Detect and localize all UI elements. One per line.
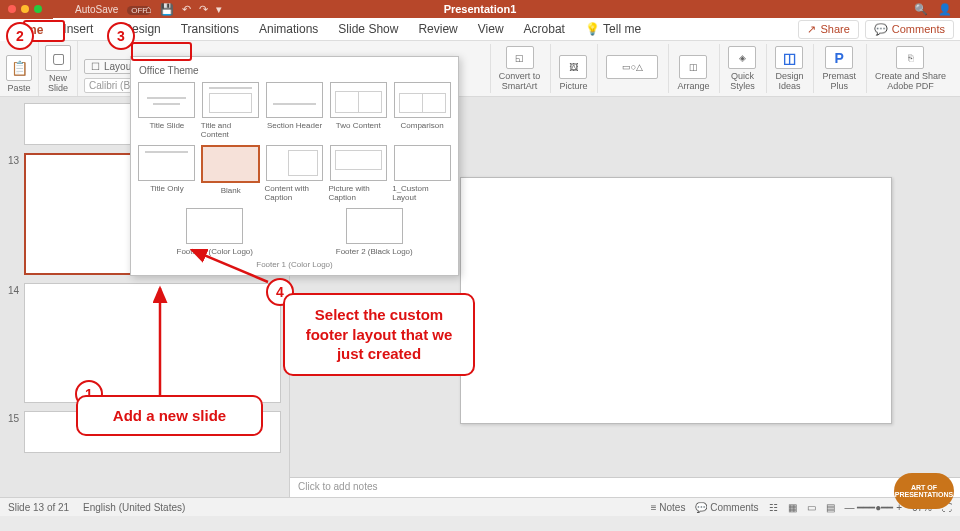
view-sorter-icon[interactable]: ▦ (788, 502, 797, 513)
premast-icon: P (825, 46, 853, 69)
new-slide-icon[interactable]: ▢ (45, 45, 71, 71)
layout-custom1[interactable]: 1_Custom Layout (392, 145, 452, 202)
annotation-marker-2: 2 (6, 22, 34, 50)
maximize-icon[interactable] (34, 5, 42, 13)
adobe-pdf-button[interactable]: ⎘ Create and Share Adobe PDF (866, 44, 954, 93)
tab-animations[interactable]: Animations (249, 18, 328, 40)
tab-review[interactable]: Review (408, 18, 467, 40)
layout-section-header[interactable]: Section Header (265, 82, 325, 139)
zoom-slider[interactable]: — ━━━●━━ + (845, 502, 902, 513)
adobe-label: Create and Share Adobe PDF (875, 71, 946, 91)
user-icon[interactable]: 👤 (938, 3, 952, 16)
picture-label: Picture (559, 81, 587, 91)
shapes-gallery[interactable]: ▭○△ (597, 44, 666, 93)
view-slideshow-icon[interactable]: ▤ (826, 502, 835, 513)
thumb-number (8, 103, 24, 105)
paste-label: Paste (7, 83, 30, 93)
autosave-text: AutoSave (75, 4, 118, 15)
autosave-label: AutoSave OFF (75, 4, 151, 15)
annotation-callout-1: Add a new slide (76, 395, 263, 436)
shapes-icon: ▭○△ (606, 55, 658, 79)
view-normal-icon[interactable]: ☷ (769, 502, 778, 513)
layout-footer1-color[interactable]: Footer 1 (Color Logo) (137, 208, 293, 256)
save-icon[interactable]: 💾 (160, 3, 174, 16)
tab-transitions[interactable]: Transitions (171, 18, 249, 40)
layout-footer2-black[interactable]: Footer 2 (Black Logo) (297, 208, 453, 256)
dropdown-section-title: Office Theme (137, 63, 452, 82)
search-icon[interactable]: 🔍 (914, 3, 928, 16)
more-icon[interactable]: ▾ (216, 3, 222, 16)
layout-title-only[interactable]: Title Only (137, 145, 197, 202)
layout-picture-caption[interactable]: Picture with Caption (328, 145, 388, 202)
convert-smartart-button[interactable]: ◱ Convert to SmartArt (490, 44, 549, 93)
design-ideas-button[interactable]: ◫ Design Ideas (766, 44, 811, 93)
annotation-highlight-layout (131, 42, 192, 61)
quickstyles-icon: ◈ (728, 46, 756, 69)
minimize-icon[interactable] (21, 5, 29, 13)
notes-toggle[interactable]: ≡ Notes (651, 502, 686, 513)
arrange-label: Arrange (677, 81, 709, 91)
paste-icon[interactable]: 📋 (6, 55, 32, 81)
smartart-label: Convert to SmartArt (499, 71, 541, 91)
watermark-logo: ART OF PRESENTATIONS (894, 473, 954, 509)
home-icon[interactable]: ⌂ (145, 3, 152, 16)
quick-access-toolbar[interactable]: ⌂ 💾 ↶ ↷ ▾ (145, 3, 222, 16)
slide-canvas[interactable] (460, 177, 892, 424)
language-indicator[interactable]: English (United States) (83, 502, 185, 513)
view-reading-icon[interactable]: ▭ (807, 502, 816, 513)
slide-thumbnail-14[interactable] (24, 283, 281, 403)
thumb-row[interactable]: 14 (8, 283, 281, 403)
tab-tellme[interactable]: 💡 Tell me (575, 18, 651, 40)
new-slide-label: New Slide (48, 73, 68, 93)
arrange-button[interactable]: ◫ Arrange (668, 44, 717, 93)
close-icon[interactable] (8, 5, 16, 13)
comments-button[interactable]: 💬 Comments (865, 20, 954, 39)
picture-icon: 🖼 (559, 55, 587, 79)
layout-footer-repeat: Footer 1 (Color Logo) (137, 260, 452, 269)
status-bar: Slide 13 of 21 English (United States) ≡… (0, 497, 960, 516)
new-slide-group[interactable]: ▢ New Slide (39, 41, 78, 96)
adobe-icon: ⎘ (896, 46, 924, 69)
layout-blank[interactable]: Blank (201, 145, 261, 202)
window-titlebar: AutoSave OFF ⌂ 💾 ↶ ↷ ▾ Presentation1 🔍 👤 (0, 0, 960, 18)
redo-icon[interactable]: ↷ (199, 3, 208, 16)
tab-view[interactable]: View (468, 18, 514, 40)
premast-button[interactable]: P Premast Plus (813, 44, 864, 93)
layout-two-content[interactable]: Two Content (328, 82, 388, 139)
picture-button[interactable]: 🖼 Picture (550, 44, 595, 93)
smartart-icon: ◱ (506, 46, 534, 69)
thumb-number: 14 (8, 283, 24, 296)
annotation-callout-2: Select the custom footer layout that we … (283, 293, 475, 376)
layout-content-caption[interactable]: Content with Caption (265, 145, 325, 202)
annotation-marker-3: 3 (107, 22, 135, 50)
layout-dropdown[interactable]: Office Theme Title Slide Title and Conte… (130, 56, 459, 276)
quick-styles-button[interactable]: ◈ Quick Styles (719, 44, 764, 93)
shapes-label (631, 81, 634, 91)
thumb-number: 13 (8, 153, 24, 166)
comments-toggle[interactable]: 💬 Comments (695, 502, 758, 513)
layout-title-slide[interactable]: Title Slide (137, 82, 197, 139)
share-button[interactable]: ↗ Share (798, 20, 858, 39)
ribbon-tabs: Home Insert Draw Design Transitions Anim… (0, 18, 960, 41)
slide-counter: Slide 13 of 21 (8, 502, 69, 513)
tab-acrobat[interactable]: Acrobat (514, 18, 575, 40)
layout-comparison[interactable]: Comparison (392, 82, 452, 139)
thumb-number: 15 (8, 411, 24, 424)
designideas-label: Design Ideas (775, 71, 803, 91)
designideas-icon: ◫ (775, 46, 803, 69)
layout-title-content[interactable]: Title and Content (201, 82, 261, 139)
arrange-icon: ◫ (679, 55, 707, 79)
traffic-lights[interactable] (8, 5, 42, 13)
notes-pane[interactable]: Click to add notes (290, 477, 960, 497)
undo-icon[interactable]: ↶ (182, 3, 191, 16)
layout-icon: ☐ (91, 61, 100, 72)
tab-slideshow[interactable]: Slide Show (328, 18, 408, 40)
quickstyles-label: Quick Styles (730, 71, 755, 91)
premast-label: Premast Plus (822, 71, 856, 91)
